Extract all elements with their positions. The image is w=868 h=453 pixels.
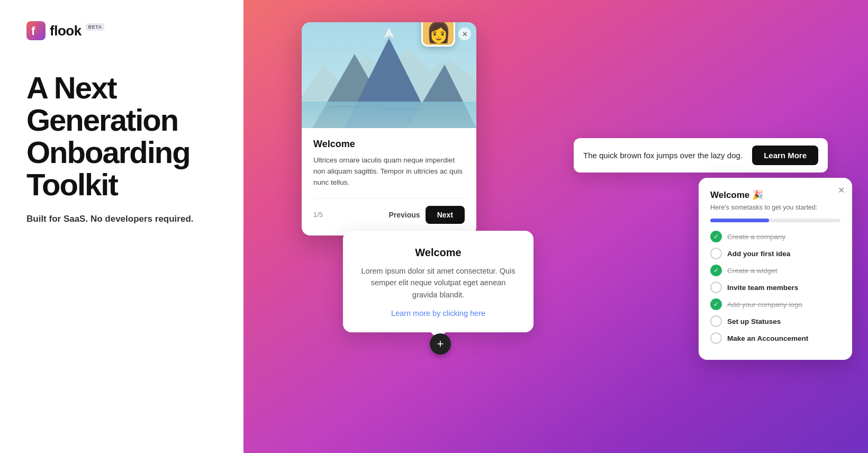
checklist-item: Set up Statuses xyxy=(710,315,840,327)
checklist-title: Welcome 🎉 xyxy=(710,189,840,201)
checklist-item: ✓Add your company logo xyxy=(710,298,840,310)
checklist-card: ✕ Welcome 🎉 Here's sometasks to get you … xyxy=(699,178,852,360)
check-label: Make an Accouncement xyxy=(727,334,808,342)
modal-close-button[interactable]: ✕ xyxy=(458,28,471,40)
checklist-item: ✓Create a widget xyxy=(710,265,840,276)
checklist-item: ✓Create a company xyxy=(710,231,840,242)
checklist-item: Add your first idea xyxy=(710,248,840,259)
check-label: Create a company xyxy=(727,233,785,241)
svg-rect-8 xyxy=(302,102,476,128)
step-indicator: 1/5 xyxy=(313,211,323,219)
avatar-emoji: 👩 xyxy=(426,22,451,44)
modal-image: 👩 ✕ xyxy=(302,22,476,128)
modal-footer: 1/5 Previous Next xyxy=(313,198,465,224)
main-heading: A Next Generation Onboarding Toolkit xyxy=(26,72,217,201)
modal-card: 👩 ✕ Welcome Ultrices ornare iaculis quam… xyxy=(302,22,476,235)
check-circle[interactable]: ✓ xyxy=(710,231,722,242)
progress-bar xyxy=(710,219,840,222)
modal-text: Ultrices ornare iaculis quam neque imper… xyxy=(313,155,465,188)
avatar: 👩 xyxy=(421,22,455,47)
add-button[interactable]: + xyxy=(430,333,451,355)
modal-body: Welcome Ultrices ornare iaculis quam neq… xyxy=(302,128,476,235)
modal-title: Welcome xyxy=(313,139,465,150)
check-label: Add your first idea xyxy=(727,250,790,258)
left-panel: f flook BETA A Next Generation Onboardin… xyxy=(0,0,243,453)
beta-badge: BETA xyxy=(86,23,105,31)
bubble-title: Welcome xyxy=(358,247,519,259)
checklist-item: Make an Accouncement xyxy=(710,332,840,344)
learn-more-button[interactable]: Learn More xyxy=(752,146,818,165)
bubble-text: Lorem ipsum dolor sit amet consectetur. … xyxy=(358,265,519,301)
progress-bar-fill xyxy=(710,219,769,222)
checklist-item: Invite team members xyxy=(710,282,840,293)
check-circle[interactable]: ✓ xyxy=(710,265,722,276)
svg-rect-0 xyxy=(26,21,46,40)
logo-text: flook xyxy=(50,23,82,39)
check-label: Add your company logo xyxy=(727,301,802,309)
right-panel: The quick brown fox jumps over the lazy … xyxy=(243,0,868,453)
flook-logo-icon: f xyxy=(26,21,46,40)
svg-text:f: f xyxy=(31,24,35,38)
check-circle[interactable] xyxy=(710,248,722,259)
checklist-subtitle: Here's sometasks to get you started: xyxy=(710,204,840,211)
subheading: Built for SaaS. No developers required. xyxy=(26,214,217,224)
check-circle[interactable] xyxy=(710,332,722,344)
check-circle[interactable] xyxy=(710,315,722,327)
previous-button[interactable]: Previous xyxy=(389,211,420,219)
checklist-close-button[interactable]: ✕ xyxy=(838,185,845,195)
bubble-link[interactable]: Learn more by clicking here xyxy=(358,309,519,318)
check-label: Invite team members xyxy=(727,284,798,292)
bubble-card: Welcome Lorem ipsum dolor sit amet conse… xyxy=(343,231,534,332)
check-circle[interactable] xyxy=(710,282,722,293)
next-button[interactable]: Next xyxy=(426,206,465,224)
check-label: Set up Statuses xyxy=(727,318,781,325)
tooltip-text: The quick brown fox jumps over the lazy … xyxy=(583,151,744,160)
checklist-items: ✓Create a companyAdd your first idea✓Cre… xyxy=(710,231,840,344)
tooltip-card: The quick brown fox jumps over the lazy … xyxy=(574,138,828,173)
check-label: Create a widget xyxy=(727,267,777,275)
check-circle[interactable]: ✓ xyxy=(710,298,722,310)
logo-area: f flook BETA xyxy=(26,21,217,40)
